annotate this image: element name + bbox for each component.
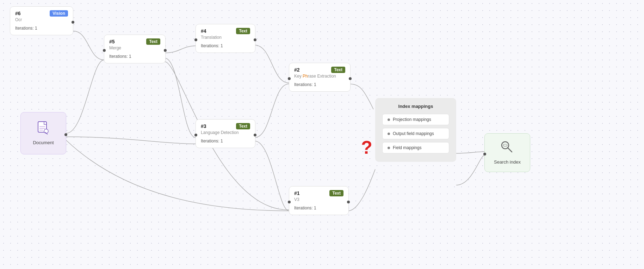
canvas: #6 Vision Ocr Iterations: 1 #5 Text Merg… bbox=[0, 0, 644, 269]
output-dot bbox=[388, 133, 390, 135]
svg-line-8 bbox=[508, 148, 512, 152]
langdetect-iterations: Iterations: 1 bbox=[201, 139, 250, 143]
mapping-item-projection[interactable]: Projection mappings bbox=[382, 114, 449, 125]
document-node[interactable]: Document bbox=[20, 112, 66, 154]
translation-id: #4 bbox=[201, 28, 206, 34]
v3-id: #1 bbox=[294, 190, 300, 196]
langdetect-id: #3 bbox=[201, 123, 206, 129]
node-langdetect[interactable]: #3 Text Language Detection Iterations: 1 bbox=[196, 119, 255, 148]
merge-iterations: Iterations: 1 bbox=[109, 54, 160, 59]
ocr-iterations: Iterations: 1 bbox=[15, 26, 68, 31]
question-mark: ? bbox=[361, 137, 372, 158]
projection-label: Projection mappings bbox=[393, 117, 431, 122]
merge-name: Merge bbox=[109, 45, 160, 50]
v3-iterations: Iterations: 1 bbox=[294, 206, 343, 210]
ocr-badge: Vision bbox=[50, 10, 68, 17]
node-merge[interactable]: #5 Text Merge Iterations: 1 bbox=[104, 35, 166, 63]
mapping-item-output[interactable]: Output field mappings bbox=[382, 128, 449, 139]
search-index-node[interactable]: Search index bbox=[484, 133, 530, 172]
search-index-icon bbox=[501, 141, 514, 157]
connections-svg bbox=[0, 0, 644, 269]
field-label: Field mappings bbox=[393, 145, 421, 150]
mapping-item-field[interactable]: Field mappings bbox=[382, 142, 449, 153]
merge-id: #5 bbox=[109, 39, 115, 44]
index-mappings-title: Index mappings bbox=[382, 104, 449, 109]
langdetect-name: Language Detection bbox=[201, 130, 250, 135]
v3-name: V3 bbox=[294, 197, 343, 202]
keyphrase-iterations: Iterations: 1 bbox=[294, 82, 345, 87]
translation-name: Translation bbox=[201, 35, 250, 40]
document-icon bbox=[38, 121, 49, 137]
keyphrase-badge: Text bbox=[331, 67, 345, 73]
ocr-name: Ocr bbox=[15, 17, 68, 22]
field-dot bbox=[388, 147, 390, 149]
projection-dot bbox=[388, 118, 390, 121]
langdetect-badge: Text bbox=[236, 123, 250, 129]
index-mappings-box: Index mappings Projection mappings Outpu… bbox=[375, 98, 456, 162]
translation-badge: Text bbox=[236, 28, 250, 34]
svg-point-4 bbox=[44, 129, 48, 133]
translation-iterations: Iterations: 1 bbox=[201, 43, 250, 48]
ocr-id: #6 bbox=[15, 11, 21, 16]
document-label: Document bbox=[33, 140, 54, 145]
search-index-label: Search index bbox=[494, 159, 521, 165]
v3-badge: Text bbox=[329, 190, 343, 196]
node-translation[interactable]: #4 Text Translation Iterations: 1 bbox=[196, 24, 255, 53]
node-keyphrase[interactable]: #2 Text Key Phrase Extraction Iterations… bbox=[289, 63, 351, 92]
keyphrase-id: #2 bbox=[294, 67, 300, 73]
merge-badge: Text bbox=[146, 38, 160, 45]
node-ocr[interactable]: #6 Vision Ocr Iterations: 1 bbox=[10, 6, 73, 35]
svg-point-7 bbox=[503, 144, 507, 146]
node-v3[interactable]: #1 Text V3 Iterations: 1 bbox=[289, 186, 349, 215]
output-label: Output field mappings bbox=[393, 131, 434, 136]
keyphrase-name: Key Phrase Extraction bbox=[294, 74, 345, 79]
